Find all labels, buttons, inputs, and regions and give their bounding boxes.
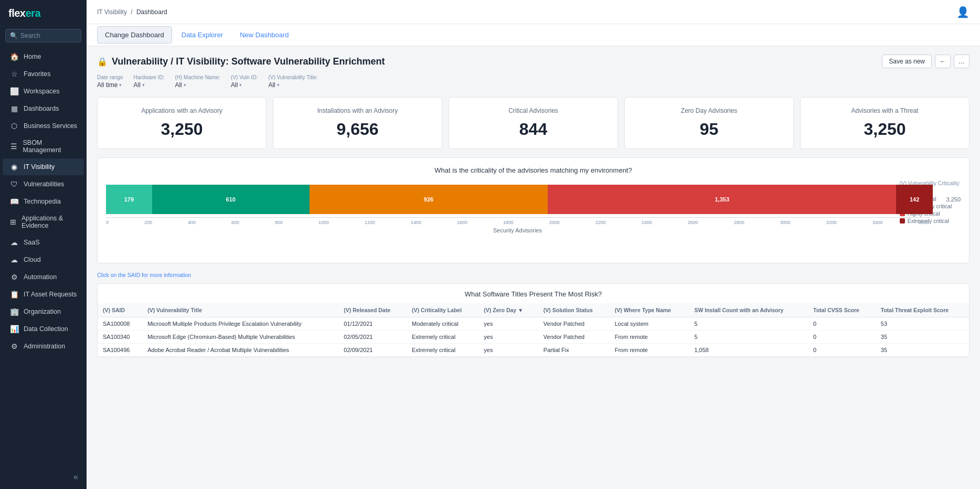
sidebar-item-administration[interactable]: ⚙ Administration bbox=[3, 338, 84, 355]
sidebar-item-vulnerabilities[interactable]: 🛡 Vulnerabilities bbox=[3, 176, 84, 193]
breadcrumb-current: Dashboard bbox=[136, 8, 167, 16]
filter-vuln-title-text: All bbox=[268, 81, 275, 89]
col-criticality[interactable]: (V) Criticality Label bbox=[407, 303, 478, 317]
filter-vuln-title-label: (V) Vulnerability Title: bbox=[268, 75, 317, 80]
breadcrumb-parent[interactable]: IT Visibility bbox=[97, 8, 127, 16]
sidebar-item-home[interactable]: 🏠 Home bbox=[3, 48, 84, 65]
main-content: IT Visibility / Dashboard 👤 Change Dashb… bbox=[87, 0, 980, 489]
x-tick: 1000 bbox=[318, 220, 329, 225]
filter-vuln-id-value[interactable]: All ▾ bbox=[231, 81, 258, 89]
col-released-date[interactable]: (V) Released Date bbox=[338, 303, 407, 317]
col-where-type[interactable]: (V) Where Type Name bbox=[610, 303, 689, 317]
col-vuln-title[interactable]: (V) Vulnerability Title bbox=[142, 303, 338, 317]
table-cell: yes bbox=[478, 317, 538, 331]
sidebar-item-saas[interactable]: ☁ SaaS bbox=[3, 234, 84, 251]
stat-card-advisories-threat: Advisories with a Threat 3,250 bbox=[800, 97, 970, 149]
filter-machine-name-value[interactable]: All ▾ bbox=[175, 81, 220, 89]
sidebar-search-container[interactable]: 🔍 bbox=[5, 29, 81, 42]
save-as-new-button[interactable]: Save as new bbox=[882, 55, 932, 68]
bar-chart-section: What is the criticality of the advisorie… bbox=[97, 157, 970, 263]
back-button[interactable]: ← bbox=[935, 55, 951, 68]
cloud-icon: ☁ bbox=[9, 256, 19, 264]
table-cell: SA100008 bbox=[98, 317, 142, 331]
table-cell: Microsoft Multiple Products Privilege Es… bbox=[142, 317, 338, 331]
filter-date-range-text: All time bbox=[97, 81, 118, 89]
sidebar-item-data-collection[interactable]: 📊 Data Collection bbox=[3, 321, 84, 337]
table-cell: Extremely critical bbox=[407, 331, 478, 344]
col-cvss[interactable]: Total CVSS Score bbox=[808, 303, 876, 317]
stat-card-critical-advisories: Critical Advisories 844 bbox=[449, 97, 618, 149]
table-cell: 02/05/2021 bbox=[338, 331, 407, 344]
stat-label-zero-day: Zero Day Advisories bbox=[633, 107, 785, 114]
table-cell: 01/12/2021 bbox=[338, 317, 407, 331]
col-solution[interactable]: (V) Solution Status bbox=[538, 303, 610, 317]
sidebar-item-dashboards[interactable]: ▦ Dashboards bbox=[3, 100, 84, 117]
hbar-segment[interactable]: 142 bbox=[896, 185, 933, 214]
filter-vuln-title-value[interactable]: All ▾ bbox=[268, 81, 317, 89]
sidebar-item-organization[interactable]: 🏢 Organization bbox=[3, 303, 84, 320]
sidebar-item-label: Applications & Evidence bbox=[22, 215, 78, 229]
sidebar-item-label: Automation bbox=[24, 273, 57, 281]
table-cell: Extremely critical bbox=[407, 344, 478, 357]
tab-data-explorer[interactable]: Data Explorer bbox=[174, 27, 230, 43]
bar-chart-title: What is the criticality of the advisorie… bbox=[106, 166, 961, 174]
table-title: What Software Titles Present The Most Ri… bbox=[98, 290, 969, 298]
hbar-segment[interactable]: 1,353 bbox=[548, 185, 896, 214]
col-said[interactable]: (V) SAID bbox=[98, 303, 142, 317]
sidebar-item-technopedia[interactable]: 📖 Technopedia bbox=[3, 193, 84, 210]
workspaces-icon: ⬜ bbox=[9, 87, 19, 95]
x-tick: 2800 bbox=[734, 220, 744, 225]
filter-vuln-title: (V) Vulnerability Title: All ▾ bbox=[268, 75, 317, 89]
table-cell: 0 bbox=[808, 317, 876, 331]
x-tick: 200 bbox=[144, 220, 152, 225]
sidebar-item-cloud[interactable]: ☁ Cloud bbox=[3, 251, 84, 268]
sidebar-item-label: Workspaces bbox=[24, 88, 60, 95]
tab-change-dashboard[interactable]: Change Dashboard bbox=[97, 26, 172, 44]
filter-date-range-label: Date range bbox=[97, 75, 123, 80]
tab-new-dashboard[interactable]: New Dashboard bbox=[232, 27, 296, 43]
sidebar-item-sbom[interactable]: ☰ SBOM Management bbox=[3, 135, 84, 158]
stat-value-critical-advisories: 844 bbox=[457, 120, 609, 139]
hbar-segment[interactable]: 610 bbox=[152, 185, 310, 214]
sidebar: flexera 🔍 🏠 Home ☆ Favorites ⬜ Workspace… bbox=[0, 0, 87, 489]
user-avatar-icon[interactable]: 👤 bbox=[956, 6, 970, 18]
sidebar-item-automation[interactable]: ⚙ Automation bbox=[3, 269, 84, 285]
table-row[interactable]: SA100496Adobe Acrobat Reader / Acrobat M… bbox=[98, 344, 969, 357]
table-cell: yes bbox=[478, 344, 538, 357]
col-threat[interactable]: Total Threat Exploit Score bbox=[876, 303, 969, 317]
sidebar-item-it-visibility[interactable]: ◉ IT Visibility bbox=[3, 158, 84, 175]
x-tick: 2000 bbox=[549, 220, 560, 225]
sidebar-item-applications-evidence[interactable]: ⊞ Applications & Evidence bbox=[3, 210, 84, 233]
filter-date-range-value[interactable]: All time ▾ bbox=[97, 81, 123, 89]
hbar-segment[interactable]: 179 bbox=[106, 185, 152, 214]
col-zero-day[interactable]: (V) Zero Day ▼ bbox=[478, 303, 538, 317]
dashboard-title: 🔒 Vulnerability / IT Visibility: Softwar… bbox=[97, 56, 385, 67]
x-tick: 1800 bbox=[503, 220, 514, 225]
hbar-chart[interactable]: 1796109261,353142 bbox=[106, 185, 943, 214]
x-tick: 0 bbox=[106, 220, 109, 225]
stat-card-installs-advisory: Installations with an Advisory 9,656 bbox=[273, 97, 442, 149]
sidebar-item-it-asset-requests[interactable]: 📋 IT Asset Requests bbox=[3, 286, 84, 303]
table-section: What Software Titles Present The Most Ri… bbox=[97, 283, 970, 357]
table-cell: Vendor Patched bbox=[538, 317, 610, 331]
col-install-count[interactable]: SW Install Count with an Advisory bbox=[689, 303, 808, 317]
sidebar-collapse-button[interactable]: « bbox=[69, 470, 82, 484]
hbar-row: 1796109261,353142 3,250 bbox=[106, 185, 961, 214]
sidebar-item-label: IT Asset Requests bbox=[24, 291, 77, 298]
sidebar-item-label: Data Collection bbox=[24, 325, 68, 333]
sidebar-item-workspaces[interactable]: ⬜ Workspaces bbox=[3, 83, 84, 100]
automation-icon: ⚙ bbox=[9, 273, 19, 281]
sidebar-item-business-services[interactable]: ⬡ Business Services bbox=[3, 118, 84, 134]
sidebar-item-favorites[interactable]: ☆ Favorites bbox=[3, 66, 84, 82]
chevron-down-icon: ▾ bbox=[142, 82, 145, 88]
search-input[interactable] bbox=[20, 32, 77, 39]
hbar-segment[interactable]: 926 bbox=[310, 185, 548, 214]
x-tick: 3600 bbox=[919, 220, 929, 225]
table-cell: Partial Fix bbox=[538, 344, 610, 357]
more-options-button[interactable]: … bbox=[954, 55, 970, 68]
table-row[interactable]: SA100008Microsoft Multiple Products Priv… bbox=[98, 317, 969, 331]
filters-row: Date range All time ▾ Hardware ID: All ▾… bbox=[97, 75, 970, 89]
sidebar-item-label: Vulnerabilities bbox=[24, 180, 64, 188]
filter-hardware-id-value[interactable]: All ▾ bbox=[133, 81, 164, 89]
table-row[interactable]: SA100340Microsoft Edge (Chromium-Based) … bbox=[98, 331, 969, 344]
